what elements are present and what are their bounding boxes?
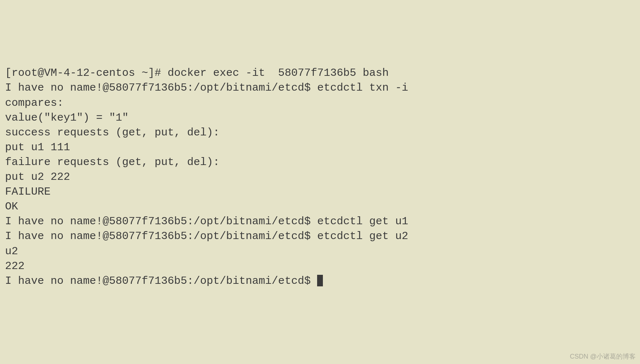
watermark-text: CSDN @小诸葛的博客: [570, 352, 636, 361]
terminal-line: I have no name!@58077f7136b5:/opt/bitnam…: [5, 274, 635, 289]
terminal-line: I have no name!@58077f7136b5:/opt/bitnam…: [5, 229, 635, 244]
terminal-output[interactable]: [root@VM-4-12-centos ~]# docker exec -it…: [5, 66, 635, 288]
terminal-line: FAILURE: [5, 185, 635, 199]
terminal-line: [root@VM-4-12-centos ~]# docker exec -it…: [5, 66, 635, 81]
terminal-line: put u1 111: [5, 140, 635, 155]
terminal-line: 222: [5, 259, 635, 274]
terminal-line: value("key1") = "1": [5, 110, 635, 125]
terminal-line: I have no name!@58077f7136b5:/opt/bitnam…: [5, 81, 635, 95]
terminal-line: I have no name!@58077f7136b5:/opt/bitnam…: [5, 214, 635, 229]
terminal-line: OK: [5, 199, 635, 214]
terminal-line: success requests (get, put, del):: [5, 125, 635, 140]
terminal-line: put u2 222: [5, 170, 635, 185]
terminal-line: u2: [5, 244, 635, 259]
cursor-block: [317, 275, 323, 286]
terminal-line: failure requests (get, put, del):: [5, 155, 635, 170]
terminal-line: compares:: [5, 96, 635, 110]
